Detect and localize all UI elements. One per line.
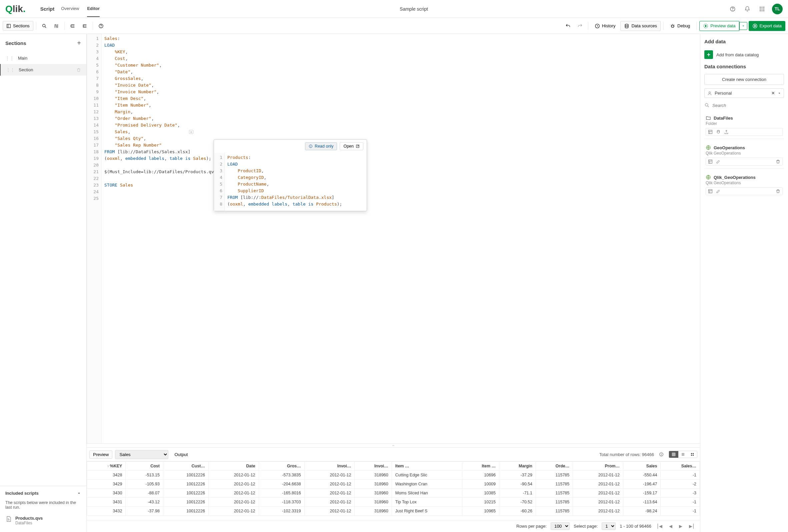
- included-scripts-subtitle: The scripts below were included in the l…: [0, 500, 86, 513]
- preview-table: %KEYCostCust…DateGros…Invoi…Invoi…Item ……: [87, 462, 700, 516]
- included-script-item[interactable]: Products.qvs DataFiles: [0, 513, 86, 528]
- tab-overview[interactable]: Overview: [61, 1, 79, 17]
- search-icon[interactable]: [39, 21, 50, 31]
- delete-icon[interactable]: [776, 189, 780, 193]
- table-cell: -573.3835: [259, 471, 304, 480]
- export-label: Export data: [760, 23, 782, 28]
- next-page-icon[interactable]: ▶: [678, 523, 684, 529]
- comment-icon[interactable]: [51, 21, 62, 31]
- table-cell: 3432: [87, 507, 126, 516]
- output-tab[interactable]: Output: [171, 451, 191, 458]
- drag-handle-icon[interactable]: ⋮⋮: [5, 56, 14, 61]
- divider: [36, 22, 36, 30]
- upload-icon[interactable]: [724, 129, 729, 134]
- bell-icon[interactable]: [743, 4, 752, 14]
- user-avatar[interactable]: TL: [772, 4, 783, 14]
- data-sources-label: Data sources: [631, 23, 657, 28]
- rows-per-page-select[interactable]: 100: [551, 522, 570, 530]
- export-data-button[interactable]: Export data: [749, 21, 786, 31]
- table-select[interactable]: Sales: [115, 450, 168, 459]
- included-scripts-header[interactable]: Included scripts: [0, 486, 86, 500]
- undo-icon[interactable]: [563, 21, 573, 31]
- column-header[interactable]: Cost: [126, 462, 163, 471]
- section-item[interactable]: ⋮⋮Main: [0, 52, 86, 64]
- table-row[interactable]: 3429-105.93100122262012-01-12-204.663820…: [87, 480, 700, 489]
- insert-script-icon[interactable]: [716, 129, 721, 134]
- expand-include-icon[interactable]: ◇: [189, 130, 193, 134]
- code-editor[interactable]: 1234567891011121314151617181920212223242…: [87, 34, 700, 443]
- drag-handle-icon[interactable]: ⋮⋮: [6, 67, 15, 72]
- help-icon[interactable]: [728, 4, 737, 14]
- sections-button[interactable]: Sections: [3, 21, 33, 30]
- edit-icon[interactable]: [716, 159, 721, 164]
- table-row[interactable]: 3432-37.98100122262012-01-12-102.3319201…: [87, 507, 700, 516]
- select-data-icon[interactable]: [708, 189, 713, 193]
- connection-scope-select[interactable]: Personal ✕: [704, 88, 784, 98]
- read-only-button[interactable]: Read only: [305, 142, 337, 150]
- redo-icon[interactable]: [575, 21, 585, 31]
- list-view-icon[interactable]: [678, 451, 688, 458]
- table-cell: 3431: [87, 498, 126, 507]
- editor-toolbar: Sections History Data sources Debug P: [0, 18, 788, 34]
- column-header[interactable]: Item …: [462, 462, 499, 471]
- chevron-down-icon[interactable]: [778, 91, 781, 95]
- column-header[interactable]: %KEY: [87, 462, 126, 471]
- svg-line-14: [45, 27, 46, 28]
- first-page-icon[interactable]: ⎮◀: [655, 523, 664, 529]
- editor-column: 1234567891011121314151617181920212223242…: [87, 34, 700, 532]
- svg-rect-58: [709, 160, 712, 164]
- column-header[interactable]: Sales: [623, 462, 661, 471]
- grid-view-icon[interactable]: [688, 451, 697, 458]
- column-header[interactable]: Orde…: [536, 462, 573, 471]
- add-from-catalog-button[interactable]: + Add from data catalog: [704, 49, 784, 60]
- divider: [588, 22, 588, 30]
- select-data-icon[interactable]: [708, 159, 713, 164]
- search-input[interactable]: [712, 103, 784, 108]
- select-data-icon[interactable]: [708, 129, 713, 134]
- column-header[interactable]: Gros…: [259, 462, 304, 471]
- create-connection-button[interactable]: Create new connection: [704, 74, 784, 85]
- svg-rect-38: [672, 453, 675, 456]
- delete-section-icon[interactable]: [76, 68, 81, 72]
- preview-tab[interactable]: Preview: [89, 450, 112, 459]
- data-sources-button[interactable]: Data sources: [620, 21, 661, 31]
- included-scripts-label: Included scripts: [5, 491, 39, 496]
- add-section-icon[interactable]: +: [77, 39, 81, 47]
- column-header[interactable]: Date: [208, 462, 259, 471]
- debug-button[interactable]: Debug: [666, 21, 694, 31]
- column-header[interactable]: Cust…: [163, 462, 208, 471]
- table-row[interactable]: 3430-88.07100122262012-01-12-165.8016201…: [87, 489, 700, 498]
- table-row[interactable]: 3431-43.12100122262012-01-12-118.3703201…: [87, 498, 700, 507]
- column-header[interactable]: Prom…: [573, 462, 623, 471]
- column-header[interactable]: Margin: [499, 462, 536, 471]
- table-cell: -90.54: [499, 480, 536, 489]
- edit-icon[interactable]: [716, 189, 721, 193]
- help-circle-icon[interactable]: [96, 21, 106, 31]
- horizontal-resize-handle[interactable]: ═: [87, 443, 700, 447]
- table-cell: 2012-01-12: [573, 498, 623, 507]
- section-item[interactable]: ⋮⋮Section: [0, 64, 86, 76]
- column-header[interactable]: Sales…: [661, 462, 700, 471]
- select-page-select[interactable]: 1: [602, 522, 616, 530]
- svg-rect-48: [691, 455, 692, 456]
- table-cell: 2012-01-12: [304, 471, 355, 480]
- tab-editor[interactable]: Editor: [87, 1, 100, 17]
- table-view-icon[interactable]: [669, 451, 678, 458]
- prev-page-icon[interactable]: ◀: [668, 523, 674, 529]
- history-button[interactable]: History: [591, 21, 619, 31]
- open-button[interactable]: Open: [340, 142, 363, 150]
- column-header[interactable]: Invoi…: [355, 462, 392, 471]
- preview-data-button[interactable]: Preview data: [700, 21, 739, 31]
- last-page-icon[interactable]: ▶⎮: [688, 523, 696, 529]
- delete-icon[interactable]: [776, 159, 780, 164]
- column-header[interactable]: Invoi…: [304, 462, 355, 471]
- preview-dropdown-icon[interactable]: [739, 22, 747, 30]
- apps-grid-icon[interactable]: [757, 4, 767, 14]
- clear-icon[interactable]: ✕: [771, 90, 775, 96]
- indent-icon[interactable]: [67, 21, 78, 31]
- info-icon[interactable]: [657, 450, 666, 459]
- column-header[interactable]: Item …: [392, 462, 462, 471]
- table-row[interactable]: 3428-513.15100122262012-01-12-573.383520…: [87, 471, 700, 480]
- table-cell: 2012-01-12: [304, 489, 355, 498]
- outdent-icon[interactable]: [79, 21, 90, 31]
